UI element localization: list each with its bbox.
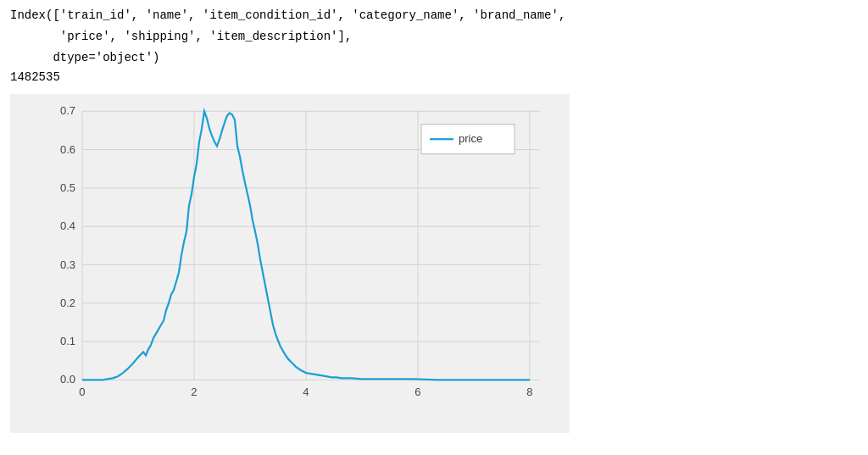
- y-label-01: 0.1: [60, 335, 75, 347]
- x-label-2: 2: [191, 386, 197, 398]
- chart-svg: 0.7 0.6 0.5 0.4 0.3 0.2 0.1 0.0 0 2 4 6 …: [57, 103, 561, 399]
- y-label-05: 0.5: [60, 181, 75, 194]
- chart-inner: 0.7 0.6 0.5 0.4 0.3 0.2 0.1 0.0 0 2 4 6 …: [57, 103, 561, 399]
- y-label-02: 0.2: [60, 297, 75, 309]
- x-label-8: 8: [526, 386, 532, 398]
- y-label-07: 0.7: [60, 104, 75, 117]
- y-label-06: 0.6: [60, 143, 75, 156]
- index-line2: 'price', 'shipping', 'item_description']…: [10, 28, 858, 46]
- y-label-04: 0.4: [60, 219, 75, 232]
- y-label-03: 0.3: [60, 258, 75, 270]
- legend-label: price: [459, 132, 482, 145]
- y-label-00: 0.0: [60, 373, 75, 386]
- index-line1: Index(['train_id', 'name', 'item_conditi…: [10, 7, 858, 25]
- x-label-0: 0: [79, 386, 85, 398]
- x-label-6: 6: [415, 386, 420, 398]
- count-value: 1482535: [10, 70, 858, 84]
- index-line3: dtype='object'): [10, 49, 858, 67]
- code-output-block: Index(['train_id', 'name', 'item_conditi…: [10, 7, 858, 84]
- chart-container: 0.7 0.6 0.5 0.4 0.3 0.2 0.1 0.0 0 2 4 6 …: [10, 94, 570, 433]
- x-label-4: 4: [303, 386, 309, 398]
